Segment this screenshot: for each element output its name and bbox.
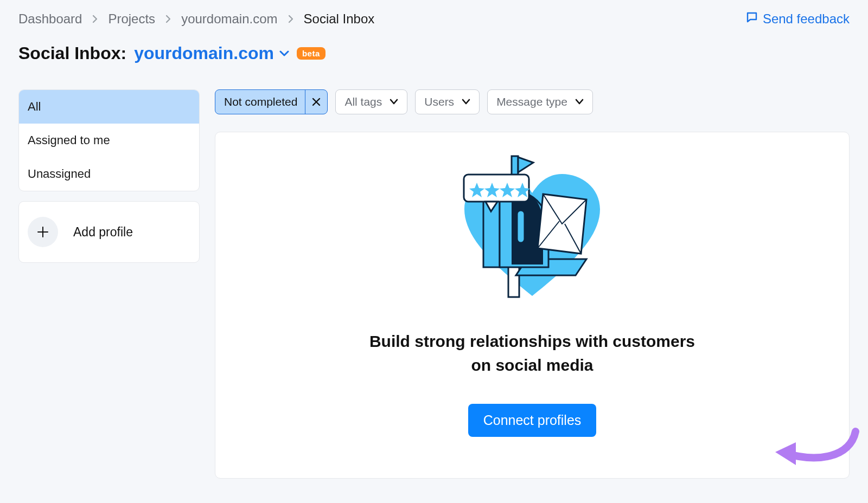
sidebar-item-assigned[interactable]: Assigned to me (19, 124, 199, 157)
connect-profiles-button[interactable]: Connect profiles (468, 404, 597, 437)
sidebar-filter-list: All Assigned to me Unassigned (18, 89, 200, 191)
filter-status-label: Not completed (224, 95, 297, 108)
filter-tags-label: All tags (344, 95, 382, 108)
chevron-down-icon (462, 99, 470, 105)
domain-selector[interactable]: yourdomain.com (134, 43, 289, 63)
breadcrumb-dashboard[interactable]: Dashboard (18, 11, 82, 27)
sidebar-item-unassigned[interactable]: Unassigned (19, 157, 199, 191)
beta-badge: beta (297, 47, 326, 60)
filter-users[interactable]: Users (415, 89, 480, 114)
plus-icon (28, 217, 58, 247)
chevron-right-icon (92, 15, 98, 23)
filter-status[interactable]: Not completed (215, 89, 328, 114)
breadcrumb-projects[interactable]: Projects (108, 11, 155, 27)
domain-selector-value: yourdomain.com (134, 43, 274, 63)
close-icon[interactable] (305, 90, 327, 114)
chevron-right-icon (165, 15, 171, 23)
send-feedback-link[interactable]: Send feedback (745, 11, 850, 27)
page-title: Social Inbox: (18, 43, 126, 63)
breadcrumb: Dashboard Projects yourdomain.com Social… (18, 11, 374, 27)
add-profile-label: Add profile (73, 225, 133, 240)
chevron-down-icon (390, 99, 398, 105)
annotation-arrow-icon (769, 426, 861, 469)
svg-rect-0 (508, 265, 519, 297)
svg-rect-5 (464, 175, 529, 202)
breadcrumb-domain[interactable]: yourdomain.com (181, 11, 277, 27)
filter-message-type-label: Message type (496, 95, 567, 108)
sidebar-item-all[interactable]: All (19, 90, 199, 124)
filter-tags[interactable]: All tags (335, 89, 407, 114)
mailbox-icon (462, 151, 603, 302)
chevron-right-icon (288, 15, 294, 23)
chat-bubble-icon (745, 11, 758, 27)
breadcrumb-current: Social Inbox (304, 11, 375, 27)
svg-rect-2 (517, 210, 525, 243)
filter-users-label: Users (424, 95, 454, 108)
empty-state-heading: Build strong relationships with customer… (364, 330, 700, 377)
chevron-down-icon (279, 50, 289, 57)
mailbox-illustration (456, 156, 608, 297)
empty-state-card: Build strong relationships with customer… (215, 132, 850, 479)
send-feedback-label: Send feedback (763, 11, 850, 27)
chevron-down-icon (575, 99, 584, 105)
filter-message-type[interactable]: Message type (487, 89, 593, 114)
add-profile-card[interactable]: Add profile (18, 201, 200, 263)
